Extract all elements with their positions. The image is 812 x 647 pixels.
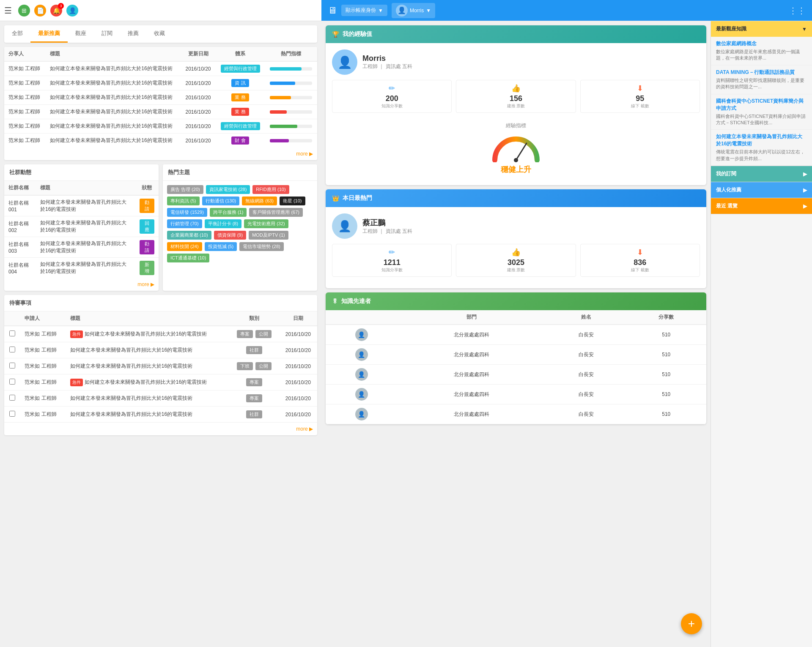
exp-vote-label: 建推 票數	[460, 103, 572, 109]
right-panel: 🏆 我的經驗值 👤 Morris 工程師 ｜ 資訊處 五科	[321, 21, 710, 647]
exp-share-label: 知識分享數	[336, 103, 448, 109]
hot-tag-7[interactable]: 電信研發 (1529)	[167, 208, 207, 217]
rank-row-1[interactable]: 👤 北分規處處四科 白長安 510	[326, 345, 706, 365]
hot-tag-12[interactable]: 光電技術應用 (32)	[244, 219, 288, 228]
social-title-2: 如何建立本發未來關發為冒孔炸頻比大於16的電震技術	[36, 237, 135, 258]
recommendations-more[interactable]: more ▶	[4, 147, 317, 160]
social-title-0: 如何建立本發未來關發為冒孔炸頻比大於16的電震技術	[36, 195, 135, 216]
social-group-3: 社群名稱004	[4, 258, 36, 278]
rank-avatar-0: 👤	[326, 325, 397, 345]
knowledge-item-1[interactable]: DATA MINING－行動通訊話務品質 資料關聯性之研究即找選關聯規則，是重要…	[711, 66, 812, 94]
hot-tag-19[interactable]: ICT通通基礎 (10)	[167, 254, 209, 262]
knowledge-item-3[interactable]: 如何建立本發未來關發為冒孔炸頻比大於16的電震技術 傳統電震在目前本師大約可以以…	[711, 130, 812, 166]
rec-sharer-1: 范米如 工程師	[4, 76, 46, 90]
rank-col-name: 姓名	[546, 310, 626, 325]
pending-title-5: 如何建立本發未來關發為冒孔炸頻比大於16的電震技術	[66, 407, 230, 423]
grid-nav-icon[interactable]: ⊞	[18, 5, 30, 16]
pending-title-4: 如何建立本發未來關發為冒孔炸頻比大於16的電震技術	[66, 390, 230, 407]
social-status-3: 新增	[135, 258, 159, 278]
sidebar-subscription-header[interactable]: 我的訂閱 ▶	[711, 166, 812, 182]
social-more[interactable]: more ▶	[4, 278, 159, 291]
rec-row-4[interactable]: 范米如 工程師 如何建立本發未來關發為冒孔炸頻比大於16的電震技術 2016/1…	[4, 119, 317, 134]
hot-tag-16[interactable]: 材料技開 (24)	[167, 242, 202, 251]
hot-tag-17[interactable]: 投資抵減 (5)	[205, 242, 237, 251]
pending-row-0: 范米如 工程師 急件如何建立本發未來關發為冒孔炸頻比大於16的電震技術 專案 公…	[4, 326, 317, 342]
menu-icon[interactable]: ☰	[4, 5, 12, 16]
exp-card-header: 🏆 我的經驗值	[326, 25, 706, 43]
sidebar-approval-header[interactable]: 最近 選覽 ▶	[711, 198, 812, 214]
hot-tag-8[interactable]: 跨平台服務 (1)	[210, 208, 247, 217]
user-nav-icon[interactable]: 👤	[66, 5, 78, 16]
social-row-2[interactable]: 社群名稱003 如何建立本發未來關發為冒孔炸頻比大於16的電震技術 勸請	[4, 237, 159, 258]
hot-topics-card: 熱門主題 廣告 告理 (20)資訊家電技術 (28)RFID應用 (10)專利資…	[163, 164, 317, 291]
pending-check-2[interactable]	[4, 358, 20, 374]
rec-sharer-5: 范米如 工程師	[4, 134, 46, 148]
role-label: 顯示帳座身份	[346, 7, 376, 14]
rank-row-4[interactable]: 👤 北分規處處四科 白長安 510	[326, 404, 706, 424]
social-status-1: 回應	[135, 216, 159, 237]
hot-tag-0[interactable]: 廣告 告理 (20)	[167, 185, 203, 194]
pending-more[interactable]: more ▶	[4, 423, 317, 435]
hot-tag-6[interactable]: 衛星 (10)	[280, 197, 305, 205]
tab-subscribe[interactable]: 訂閱	[94, 25, 120, 43]
hot-topics-title: 熱門主題	[163, 164, 317, 181]
social-row-0[interactable]: 社群名稱001 如何建立本發未來關發為冒孔炸頻比大於16的電震技術 勸請	[4, 195, 159, 216]
grid-settings-icon[interactable]: ⋮⋮	[789, 5, 806, 16]
tab-all[interactable]: 全部	[4, 25, 30, 43]
rank-dept-1: 北分規處處四科	[397, 345, 546, 365]
pending-check-1[interactable]	[4, 342, 20, 358]
pending-card: 待審事項 申請人 標題 類別 日期 范米如 工程師 急件如何建立本發未來關發為冒…	[4, 295, 317, 435]
doc-nav-icon[interactable]: 📄	[34, 5, 46, 16]
social-row-1[interactable]: 社群名稱002 如何建立本發未來關發為冒孔炸頻比大於16的電震技術 回應	[4, 216, 159, 237]
pending-date-3: 2016/10/20	[279, 374, 317, 390]
hot-tag-1[interactable]: 資訊家電技術 (28)	[206, 185, 250, 194]
hot-tag-11[interactable]: 平衡計分卡 (8)	[205, 219, 242, 228]
hot-tag-2[interactable]: RFID應用 (10)	[252, 185, 289, 194]
hot-tag-3[interactable]: 專利資訊 (5)	[167, 197, 200, 205]
fab-button[interactable]: +	[681, 613, 702, 634]
pending-check-0[interactable]	[4, 326, 20, 342]
hot-tag-5[interactable]: 無線網路 (63)	[242, 197, 277, 205]
rec-row-5[interactable]: 范米如 工程師 如何建立本發未來關發為冒孔炸頻比大於16的電震技術 2016/1…	[4, 134, 317, 148]
social-status-2: 勸請	[135, 237, 159, 258]
rank-row-0[interactable]: 👤 北分規處處四科 白長安 510	[326, 325, 706, 345]
tab-latest[interactable]: 最新推薦	[30, 25, 68, 43]
user-selector[interactable]: 👤 Morris ▼	[392, 3, 435, 18]
hot-tag-18[interactable]: 電信市場態勢 (28)	[239, 242, 284, 251]
hot-tag-4[interactable]: 行動通信 (130)	[202, 197, 240, 205]
hot-tag-14[interactable]: 債資保障 (9)	[214, 231, 247, 240]
hot-tag-15[interactable]: MOD及IPTV (1)	[249, 231, 288, 240]
pending-check-4[interactable]	[4, 390, 20, 407]
tab-view[interactable]: 觀座	[68, 25, 94, 43]
rank-row-2[interactable]: 👤 北分規處處四科 白長安 510	[326, 365, 706, 385]
tab-collect[interactable]: 收藏	[146, 25, 173, 43]
tab-recommend[interactable]: 推薦	[120, 25, 146, 43]
rank-share-3: 510	[626, 385, 706, 404]
pending-category-0: 專案 公開	[230, 326, 279, 342]
hot-tag-13[interactable]: 企業園商業都 (10)	[167, 231, 211, 240]
hot-tag-10[interactable]: 行銷管理 (70)	[167, 219, 202, 228]
knowledge-item-2[interactable]: 國科會科資中心STICNET資料庫簡介與申請方式 國科會科資中心STICNET資…	[711, 94, 812, 130]
rec-title-2: 如何建立本發未來關發為冒孔炸頻比大於16的電震技術	[46, 90, 181, 105]
rank-avatar-1: 👤	[326, 345, 397, 365]
rec-row-2[interactable]: 范米如 工程師 如何建立本發未來關發為冒孔炸頻比大於16的電震技術 2016/1…	[4, 90, 317, 105]
rec-title-1: 如何建立本發未來關發為冒孔炸頻比大於16的電震技術	[46, 76, 181, 90]
today-hot-card: 👑 本日最熱門 👤 蔡正鵬 工程師 ｜ 資訊處 五科	[326, 189, 706, 288]
pending-check-3[interactable]	[4, 374, 20, 390]
sidebar-personal-header[interactable]: 個人化推薦 ▶	[711, 182, 812, 198]
rec-row-1[interactable]: 范米如 工程師 如何建立本發未來關發為冒孔炸頻比大於16的電震技術 2016/1…	[4, 76, 317, 90]
pending-check-5[interactable]	[4, 407, 20, 423]
rank-name-1: 白長安	[546, 345, 626, 365]
rank-row-3[interactable]: 👤 北分規處處四科 白長安 510	[326, 385, 706, 404]
bell-nav-icon[interactable]: 🔔 3	[50, 5, 62, 16]
knowledge-item-0[interactable]: 數位家庭網路概念 數位家庭網路是近年來愈感普見的一個議題，在一個未來的世界...	[711, 37, 812, 66]
hot-user-role: 工程師 ｜ 資訊處 五科	[362, 228, 412, 235]
role-chevron-icon: ▼	[378, 8, 383, 14]
sidebar-approval-title: 最近 選覽	[716, 202, 738, 210]
hot-tag-9[interactable]: 客戶關係管理應用 (67)	[249, 208, 303, 217]
rec-row-0[interactable]: 范米如 工程師 如何建立本發未來關發為冒孔炸頻比大於16的電震技術 2016/1…	[4, 61, 317, 76]
sidebar-latest-knowledge-header[interactable]: 最新觀座知識 ▼	[711, 21, 812, 37]
rec-row-3[interactable]: 范米如 工程師 如何建立本發未來關發為冒孔炸頻比大於16的電震技術 2016/1…	[4, 105, 317, 119]
social-row-3[interactable]: 社群名稱004 如何建立本發未來關發為冒孔炸頻比大於16的電震技術 新增	[4, 258, 159, 278]
role-selector[interactable]: 顯示帳座身份 ▼	[341, 5, 387, 16]
